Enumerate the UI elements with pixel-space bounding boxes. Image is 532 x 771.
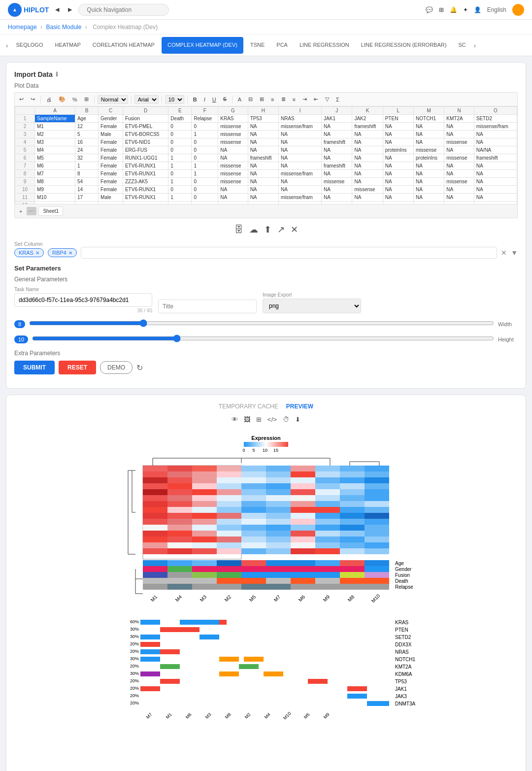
align-right-button[interactable]: ≡ [290,95,298,104]
demo-button[interactable]: DEMO [100,361,133,374]
code-icon[interactable]: </> [267,416,277,423]
height-slider[interactable] [32,335,494,342]
chart-svg: Expression 0 5 10 15 [94,431,438,771]
column-menu-button[interactable]: ▼ [511,249,518,257]
language-button[interactable]: English [487,6,506,13]
table-icon[interactable]: ⊞ [256,416,262,423]
undo-button[interactable]: ↩ [17,95,26,104]
close-icon[interactable]: ✕ [291,224,298,235]
annotation-gender: Gender [143,566,412,572]
cloud-download-icon[interactable]: ⬇ [295,416,300,423]
clear-column-button[interactable]: ✕ [501,249,507,257]
svg-rect-263 [140,671,160,676]
set-column-input[interactable] [81,247,497,259]
svg-rect-248 [180,620,200,625]
tab-temporary-cache[interactable]: TEMPORARY CACHE [219,403,278,410]
tab-heatmap[interactable]: HEATMAP [49,37,86,54]
border-button[interactable]: ⊟ [246,95,255,104]
refresh-button[interactable]: ↻ [136,363,143,372]
tab-line-regression[interactable]: LINE REGRESSION [294,37,355,54]
submit-button[interactable]: SUBMIT [14,361,55,374]
tab-line-regression-err[interactable]: LINE REGRESSION (ERRORBAR) [355,37,453,54]
tab-tsne[interactable]: TSNE [244,37,270,54]
align-left-button[interactable]: ≡ [268,95,276,104]
image-format-select[interactable]: png pdf [263,299,361,313]
tab-sc[interactable]: SC [452,37,471,54]
formula-button[interactable]: Σ [333,95,342,104]
clock-icon[interactable]: ⏱ [283,416,289,423]
set-column-label: Set Column [14,241,518,247]
svg-text:M5: M5 [248,594,257,603]
tag-kras-close[interactable]: ✕ [35,250,39,256]
svg-rect-211 [340,578,365,584]
paint-button[interactable]: 🎨 [56,95,68,104]
svg-rect-75 [217,542,241,548]
export-icon[interactable]: ↗ [277,224,285,235]
spreadsheet-table: A B C D E F G H I J K L M N O [15,106,517,204]
merge-button[interactable]: ⊞ [257,95,266,104]
tag-rbp4-close[interactable]: ✕ [68,250,72,256]
breadcrumb-home[interactable]: Homepage [8,24,37,31]
tab-preview[interactable]: PREVIEW [286,403,313,410]
tab-corelation[interactable]: CORELATION HEATMAP [87,37,161,54]
breadcrumb-module[interactable]: Basic Module [46,24,81,31]
svg-rect-128 [340,489,365,495]
cloud-icon[interactable]: ☁ [249,224,258,235]
svg-rect-161 [365,536,389,542]
table-row: 7 M61FemaleETV6-RUNX111missenseNANAframe… [15,162,517,170]
redo-button[interactable]: ↪ [28,95,37,104]
add-sheet-button[interactable]: + [17,207,25,216]
svg-rect-199 [315,572,340,578]
svg-rect-193 [167,572,192,578]
tab-pca[interactable]: PCA [270,37,294,54]
sheet1-tab[interactable]: Sheet1 [38,206,63,216]
upload-icon[interactable]: ⬆ [264,224,271,235]
col-header-d: D [123,107,168,115]
width-slider-container [29,319,494,329]
task-name-input[interactable] [14,293,152,307]
fill-color-button[interactable]: A [235,95,244,104]
nav-search-input[interactable] [78,4,169,16]
italic-button[interactable]: I [201,95,208,104]
nav-back-button[interactable]: ◀ [53,5,62,14]
svg-rect-264 [219,671,239,676]
tab-seqlogo[interactable]: SEQLOGO [10,37,49,54]
svg-rect-208 [266,578,291,584]
bold-button[interactable]: B [191,95,200,104]
underline-button[interactable]: U [210,95,219,104]
nav-forward-button[interactable]: ▶ [66,5,74,14]
outdent-button[interactable]: ⇤ [311,95,321,104]
image-icon[interactable]: 🖼 [244,416,250,423]
font-select[interactable]: Arial [134,95,159,104]
svg-rect-250 [219,620,227,625]
nav-left: ▲ HIPLOT ◀ ▶ [8,3,169,17]
tab-scroll-left[interactable]: ‹ [4,38,10,53]
format-button[interactable]: ⊞ [82,95,91,104]
title-group [158,299,257,313]
spreadsheet-body[interactable]: 1 SampleName Age Gender Fusion Death Rel… [15,115,517,205]
svg-rect-77 [167,548,192,554]
title-input[interactable] [158,300,257,313]
col-header-a: A [35,107,75,115]
indent-button[interactable]: ⇥ [300,95,309,104]
reset-button[interactable]: RESET [59,361,96,374]
align-center-button[interactable]: ≣ [279,95,288,104]
tab-complex-heatmap[interactable]: COMPLEX HEATMAP (DEV) [162,37,243,54]
svg-rect-71 [217,536,241,542]
svg-rect-139 [315,507,340,513]
filter-button[interactable]: ▽ [323,95,332,104]
preview-toolbar: 👁 🖼 ⊞ </> ⏱ ⬇ [14,416,518,423]
database-icon[interactable]: 🗄 [234,225,243,235]
logo-text: HIPLOT [24,6,49,14]
width-slider[interactable] [29,319,494,327]
size-select[interactable]: 10 [165,95,184,104]
sheet-tab[interactable]: ⋯ [27,207,36,215]
strikethrough-button[interactable]: S̶ [221,95,229,104]
eye-icon[interactable]: 👁 [232,416,238,423]
tab-scroll-right[interactable]: › [472,38,478,53]
format-select[interactable]: Normal [98,95,128,104]
svg-rect-33 [167,483,192,489]
print-button[interactable]: 🖨 [44,95,54,104]
percent-button[interactable]: % [70,95,80,104]
expression-legend-title: Expression [251,435,281,441]
